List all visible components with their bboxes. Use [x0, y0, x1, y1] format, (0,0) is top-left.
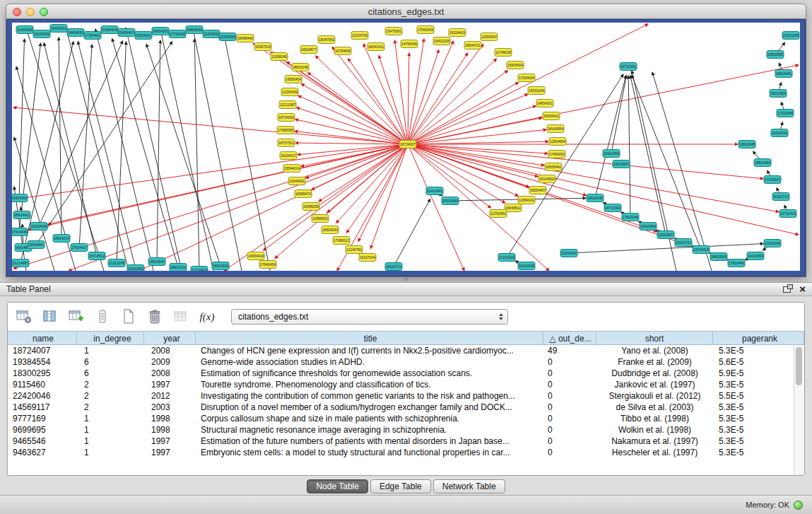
graph-node-label: 18510245	[293, 65, 308, 69]
table-mode-icon[interactable]	[15, 308, 33, 326]
table-row[interactable]: 1830029562008Estimation of significance …	[8, 368, 804, 379]
table-row[interactable]: 969969511998Structural magnetic resonanc…	[8, 424, 804, 436]
graph-edge	[95, 29, 153, 271]
table-cell: Dudbridge et al. (2008)	[596, 368, 713, 379]
graph-edge	[408, 59, 497, 144]
table-row[interactable]: 2242004622012Investigating the contribut…	[8, 390, 804, 402]
delete-table-icon[interactable]	[146, 308, 164, 326]
table-cell: 0	[543, 368, 596, 379]
column-header-year[interactable]: year	[144, 332, 196, 344]
graph-node-label: 11749039	[495, 50, 511, 54]
graph-node-label: 16107044	[360, 255, 375, 259]
table-cell: 1997	[144, 436, 196, 447]
window-titlebar[interactable]: citations_edges.txt	[6, 4, 806, 19]
tab-node-table[interactable]: Node Table	[307, 479, 368, 493]
graph-node-label: 17614417	[71, 245, 87, 250]
column-header-out-degree[interactable]: △ out_de...	[543, 332, 596, 344]
graph-node-label: 19010547	[613, 162, 629, 166]
graph-node-label: 20314439	[31, 224, 47, 228]
zoom-window-button[interactable]	[40, 8, 48, 16]
table-row[interactable]: 1456911722003Disruption of a novel membe…	[8, 402, 804, 413]
table-scrollbar-thumb[interactable]	[796, 347, 802, 385]
column-header-in-degree[interactable]: in_degree	[77, 332, 144, 344]
minimize-window-button[interactable]	[26, 8, 35, 16]
table-row[interactable]: 977716911998Corpus callosum shape and si…	[8, 413, 804, 424]
graph-edge	[379, 55, 408, 144]
graph-node-label: 15144502	[539, 177, 555, 181]
graph-node-label: 18454091	[68, 30, 83, 35]
graph-node-label: 18910454	[755, 160, 770, 165]
graph-node-label: 18710391	[605, 206, 620, 210]
graph-node-label: 16910454	[640, 224, 656, 228]
graph-node-label: 14654301	[537, 101, 553, 105]
table-cell: 5.3E-5	[713, 402, 804, 413]
table-row[interactable]: 946554611997Estimation of the future num…	[8, 436, 804, 447]
splitter-grip-icon	[404, 278, 408, 281]
graph-node-label: 17054034	[519, 76, 534, 80]
close-window-button[interactable]	[13, 8, 21, 16]
row-tools-icon[interactable]	[93, 308, 112, 326]
table-row[interactable]: 1872400712008Changes of HCN gene express…	[8, 345, 804, 356]
memory-indicator-icon	[794, 501, 803, 510]
column-header-pagerank[interactable]: pagerank	[713, 332, 804, 344]
new-table-icon[interactable]	[119, 308, 138, 326]
table-row[interactable]: 946362711997Embryonic stem cells: a mode…	[8, 447, 804, 458]
table-toolbar: f(x) citations_edges.txt	[8, 303, 804, 331]
select-columns-icon[interactable]	[41, 308, 59, 326]
graph-node-label: 12950547	[481, 35, 497, 39]
dropdown-value: citations_edges.txt	[238, 312, 499, 322]
graph-node-label: 19554041	[136, 33, 151, 37]
graph-node-label: 16091184	[529, 88, 544, 93]
create-column-icon[interactable]	[67, 308, 86, 326]
graph-node-label: 15475081	[386, 29, 401, 33]
graph-svg: 1872400718510245195654541225443912211987…	[12, 23, 800, 271]
graph-edge	[569, 244, 763, 253]
column-header-short[interactable]: short	[596, 332, 713, 344]
function-builder-icon[interactable]: f(x)	[198, 308, 216, 326]
graph-node-label: 18095474	[295, 192, 311, 196]
table-cell: 6	[77, 356, 144, 368]
table-cell: 9463627	[8, 447, 77, 458]
graph-node-label: 19734093	[278, 115, 294, 119]
graph-node-label: 20810505	[767, 52, 783, 57]
graph-edge	[394, 199, 430, 267]
import-table-icon[interactable]	[172, 308, 190, 326]
graph-node-label: 12750451	[490, 211, 506, 216]
tab-edge-table[interactable]: Edge Table	[370, 479, 431, 493]
graph-node-label: 17754036	[170, 32, 185, 36]
graph-node-label: 20610721	[676, 240, 691, 245]
table-cell: 0	[543, 424, 596, 436]
table-cell: 2	[77, 390, 144, 402]
graph-node-label: 18140954	[548, 127, 563, 131]
table-cell: 18300295	[8, 368, 77, 379]
table-cell: Tourette syndrome. Phenomenology and cla…	[196, 379, 543, 390]
graph-edge	[408, 49, 439, 144]
close-panel-icon[interactable]: ×	[799, 285, 806, 293]
graph-edge	[36, 42, 172, 245]
graph-edge	[408, 94, 528, 144]
table-select-dropdown[interactable]: citations_edges.txt	[231, 309, 508, 325]
panel-title: Table Panel	[6, 284, 51, 294]
column-header-name[interactable]: name	[8, 332, 77, 344]
network-canvas[interactable]: 1872400718510245195654541225443912211987…	[12, 23, 800, 271]
graph-node-label: 18757512	[278, 141, 294, 145]
table-row[interactable]: 911546021997Tourette syndrome. Phenomeno…	[8, 379, 804, 390]
graph-edge	[224, 34, 270, 271]
graph-node-label: 18654301	[153, 29, 168, 33]
panel-splitter[interactable]	[0, 277, 812, 282]
float-panel-icon[interactable]	[783, 286, 791, 293]
table-cell: Franke et al. (2009)	[596, 356, 713, 368]
graph-node-label: 16310505	[519, 264, 534, 268]
table-row[interactable]: 1938455462009Genome-wide association stu…	[8, 356, 804, 368]
table-cell: Hescheler et al. (1997)	[596, 447, 713, 458]
table-cell: 1	[77, 413, 144, 424]
column-header-title[interactable]: title	[196, 332, 543, 344]
graph-node-label: 20454407	[119, 30, 134, 35]
graph-edge	[611, 76, 627, 153]
graph-node-label: 19710419	[693, 247, 709, 252]
graph-node-label: 19610045	[587, 196, 603, 200]
tab-network-table[interactable]: Network Table	[433, 479, 505, 493]
table-scrollbar[interactable]	[794, 346, 804, 475]
table-cell: 2008	[144, 368, 196, 379]
graph-node-label: 19565454	[286, 77, 301, 81]
